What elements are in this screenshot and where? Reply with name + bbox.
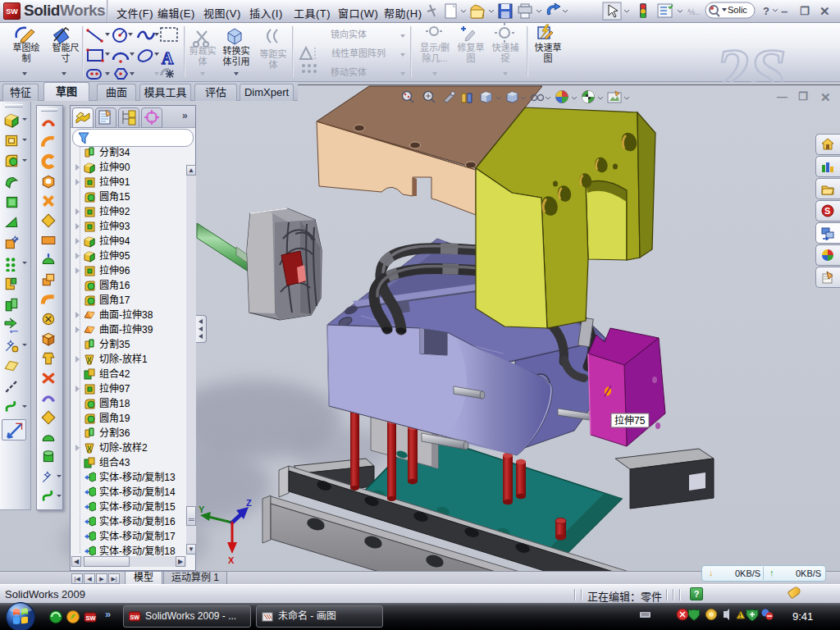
svg-text:SW: SW [86,614,97,622]
svg-text:SW: SW [130,614,140,620]
svg-text:X: X [228,555,235,565]
svg-text:拉伸75: 拉伸75 [614,414,646,427]
svg-text:A: A [162,49,174,67]
svg-text:Y: Y [199,504,205,514]
svg-text:S: S [824,206,830,216]
svg-text:Z: Z [246,498,252,508]
svg-text:?: ? [763,5,769,17]
svg-text:2S: 2S [714,35,787,82]
svg-text:⅍..: ⅍.. [687,7,700,16]
svg-text:Solic: Solic [728,5,747,15]
svg-text:!: ! [739,613,741,619]
